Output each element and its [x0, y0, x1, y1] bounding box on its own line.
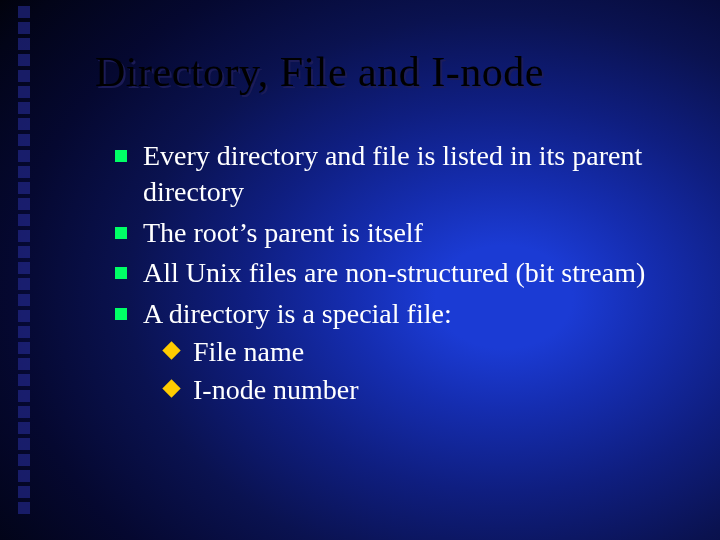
left-decor-strip — [18, 0, 32, 540]
list-item: Every directory and file is listed in it… — [115, 138, 680, 211]
bullet-text: File name — [193, 336, 304, 367]
bullet-text: All Unix files are non-structured (bit s… — [143, 257, 645, 288]
slide: Directory, File and I-node Every directo… — [0, 0, 720, 540]
bullet-text: I-node number — [193, 374, 359, 405]
list-item: I-node number — [165, 372, 680, 408]
bullet-text: A directory is a special file: — [143, 298, 452, 329]
bullet-list: Every directory and file is listed in it… — [115, 138, 680, 409]
bullet-text: The root’s parent is itself — [143, 217, 423, 248]
list-item: The root’s parent is itself — [115, 215, 680, 251]
list-item: A directory is a special file: File name… — [115, 296, 680, 409]
list-item: File name — [165, 334, 680, 370]
slide-title: Directory, File and I-node — [95, 48, 544, 96]
bullet-text: Every directory and file is listed in it… — [143, 140, 642, 207]
slide-body: Every directory and file is listed in it… — [115, 138, 680, 413]
list-item: All Unix files are non-structured (bit s… — [115, 255, 680, 291]
sub-bullet-list: File name I-node number — [143, 334, 680, 409]
